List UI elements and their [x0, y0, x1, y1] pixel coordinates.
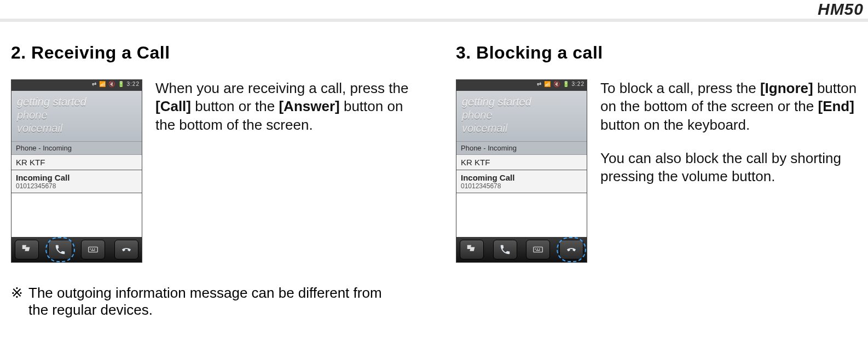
svg-rect-6: [535, 248, 536, 250]
end-call-button[interactable]: [559, 240, 583, 259]
status-icons: ⇄ 📶 🔇 🔋 3:22: [537, 81, 585, 87]
phone-screenshot-blocking: ⇄ 📶 🔇 🔋 3:22 getting started phone voice…: [456, 79, 587, 263]
keyboard-icon: [532, 244, 544, 256]
phone-empty-area: [456, 193, 587, 237]
section-heading-receiving: 2. Receiving a Call: [11, 43, 412, 63]
footnote-symbol: ※: [11, 285, 23, 302]
start-flag-icon: [466, 244, 478, 256]
home-line-3: voicemail: [17, 121, 136, 135]
section-blocking-call: 3. Blocking a call ⇄ 📶 🔇 🔋 3:22 getting …: [456, 43, 857, 353]
phone-softbar: [456, 237, 587, 262]
svg-rect-3: [94, 248, 95, 250]
blocking-description: To block a call, press the [Ignore] butt…: [600, 79, 857, 186]
phone-carrier: KR KTF: [11, 155, 142, 170]
incoming-call-label: Incoming Call: [461, 173, 582, 182]
phone-empty-area: [11, 193, 142, 237]
incoming-call-label: Incoming Call: [16, 173, 137, 182]
receiving-description: When you are receiving a call, press the…: [155, 79, 412, 134]
header-divider: HM50: [0, 0, 868, 22]
status-icons: ⇄ 📶 🔇 🔋 3:22: [92, 81, 140, 87]
phone-end-icon: [120, 244, 132, 256]
svg-rect-8: [539, 248, 540, 250]
phone-screenshot-receiving: ⇄ 📶 🔇 🔋 3:22 getting started phone voice…: [11, 79, 142, 263]
blocking-description-p1: To block a call, press the [Ignore] butt…: [600, 79, 857, 134]
phone-incoming-block: Incoming Call 01012345678: [11, 170, 142, 193]
svg-rect-4: [91, 250, 95, 251]
home-line-1: getting started: [17, 95, 136, 108]
footnote: ※ The outgoing information message can b…: [11, 285, 383, 319]
home-line-3: voicemail: [462, 121, 581, 135]
answer-call-button[interactable]: [48, 240, 72, 259]
phone-statusbar: ⇄ 📶 🔇 🔋 3:22: [11, 80, 142, 91]
phone-panel-title: Phone - Incoming: [11, 141, 142, 155]
footnote-text: The outgoing information message can be …: [28, 285, 383, 319]
incoming-call-number: 01012345678: [461, 182, 582, 190]
svg-rect-2: [92, 248, 93, 250]
section-receiving-call: 2. Receiving a Call ⇄ 📶 🔇 🔋 3:22 getting…: [11, 43, 412, 353]
phone-home-area: getting started phone voicemail: [11, 91, 142, 141]
status-clock: 3:22: [127, 81, 140, 87]
phone-end-icon: [565, 244, 577, 256]
phone-panel-title: Phone - Incoming: [456, 141, 587, 155]
phone-home-area: getting started phone voicemail: [456, 91, 587, 141]
status-clock: 3:22: [572, 81, 585, 87]
start-button[interactable]: [460, 240, 484, 259]
home-line-1: getting started: [462, 95, 581, 108]
end-call-button[interactable]: [114, 240, 138, 259]
answer-call-button[interactable]: [493, 240, 517, 259]
svg-rect-9: [536, 250, 540, 251]
receiving-description-text: When you are receiving a call, press the…: [155, 80, 408, 133]
model-label: HM50: [818, 0, 864, 19]
svg-rect-1: [90, 248, 91, 250]
keyboard-button[interactable]: [526, 240, 550, 259]
home-line-2: phone: [462, 108, 581, 121]
phone-carrier: KR KTF: [456, 155, 587, 170]
phone-answer-icon: [499, 244, 511, 256]
svg-rect-7: [537, 248, 538, 250]
start-button[interactable]: [15, 240, 39, 259]
phone-softbar: [11, 237, 142, 262]
phone-statusbar: ⇄ 📶 🔇 🔋 3:22: [456, 80, 587, 91]
home-line-2: phone: [17, 108, 136, 121]
section-heading-blocking: 3. Blocking a call: [456, 43, 857, 63]
phone-answer-icon: [54, 244, 66, 256]
phone-incoming-block: Incoming Call 01012345678: [456, 170, 587, 193]
keyboard-button[interactable]: [81, 240, 105, 259]
blocking-description-p2: You can also block the call by shorting …: [600, 149, 857, 186]
keyboard-icon: [87, 244, 99, 256]
page-content: 2. Receiving a Call ⇄ 📶 🔇 🔋 3:22 getting…: [0, 43, 868, 353]
incoming-call-number: 01012345678: [16, 182, 137, 190]
start-flag-icon: [21, 244, 33, 256]
